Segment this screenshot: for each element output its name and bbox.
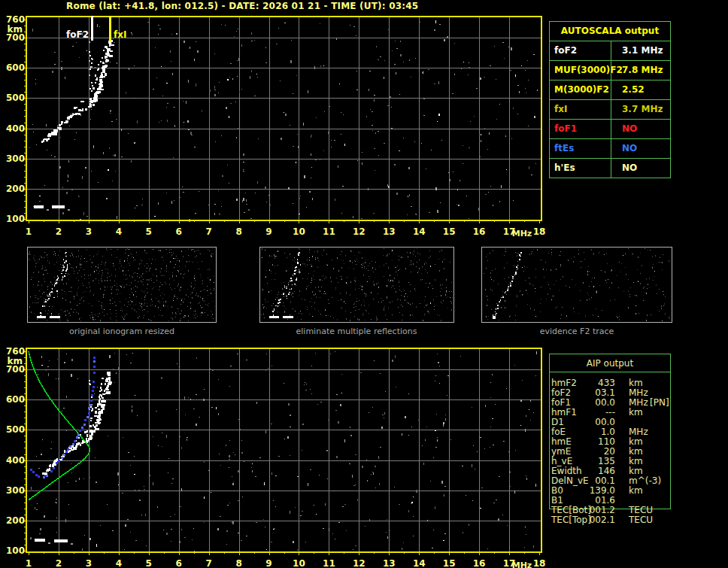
x-tick-label: 3 [86, 558, 92, 568]
panel-caption-eliminate: eliminate multiple reflections [296, 327, 417, 336]
autoscala-table-header: AUTOSCALA output [550, 22, 670, 41]
x-tick-label: 15 [443, 558, 456, 568]
y-tick-label: 100 [6, 214, 25, 224]
aip-unit: TECU [629, 515, 653, 525]
autoscala-row-h'Es: h'EsNO [550, 159, 670, 178]
x-tick-label: 11 [323, 226, 335, 237]
x-tick-label: 1 [26, 226, 32, 237]
scaling-markers: foF2fxI [66, 16, 126, 41]
y-tick-label: 760 [6, 346, 25, 357]
aip-unit: km [629, 486, 643, 496]
processing-panel-0 [27, 247, 216, 322]
sporadic-e-echoes [35, 539, 73, 545]
y-axis-unit: km [8, 356, 23, 366]
autoscala-row-M(3000)F2: M(3000)F22.52 [550, 80, 670, 100]
y-tick-label: 600 [6, 394, 25, 405]
y-tick-label: 200 [6, 515, 25, 526]
x-tick-label: 16 [473, 226, 486, 237]
autoscala-row-value: NO [611, 139, 670, 158]
plot-border [26, 17, 541, 220]
y-tick-label: 400 [6, 455, 25, 466]
top-ionogram: 123456789101112131415161718MHz7607006005… [6, 14, 545, 238]
aip-header-divider [549, 372, 671, 372]
autoscala-row-value: 7.8 MHz [611, 61, 670, 80]
autoscala-row-foF2: foF23.1 MHz [550, 41, 670, 61]
panel-caption-evidence: evidence F2 trace [540, 327, 614, 336]
x-tick-label: 18 [533, 558, 546, 568]
autoscala-row-fxI: fxI3.7 MHz [550, 100, 670, 120]
x-tick-label: 5 [146, 226, 152, 237]
autoscala-row-value: 2.52 [611, 80, 670, 99]
autoscala-row-MUF(3000)F2: MUF(3000)F27.8 MHz [550, 61, 670, 80]
x-tick-label: 11 [323, 558, 335, 568]
fxi-marker-line [109, 16, 111, 41]
panel-f2-trace [493, 252, 522, 319]
x-tick-label: 6 [176, 226, 182, 237]
autoscala-screen: Rome (lat: +41.8, lon: 012.5) - DATE: 20… [0, 0, 728, 568]
autoscala-row-value: NO [611, 120, 670, 138]
x-tick-label: 13 [383, 226, 396, 237]
y-tick-label: 500 [6, 93, 25, 103]
panel-noise [29, 248, 215, 322]
autoscala-output-table: AUTOSCALA output foF23.1 MHzMUF(3000)F27… [549, 21, 671, 178]
aip-output-table: AIP output hmF2433kmfoF203.1MHzfoF100.0M… [549, 354, 673, 528]
x-tick-label: 2 [56, 226, 62, 237]
axis-labels: 123456789101112131415161718MHz7607006005… [6, 14, 545, 238]
processing-panel-1 [259, 247, 453, 322]
x-tick-label: 18 [533, 226, 546, 237]
fof2-marker-label: foF2 [66, 29, 89, 40]
aip-row-TEC[Top]: TEC[Top]002.1TECU [551, 515, 672, 525]
grid-lines [27, 17, 541, 220]
x-tick-label: 7 [205, 558, 211, 568]
x-tick-label: 10 [293, 226, 305, 237]
autoscala-row-foF1: foF1NO [550, 120, 670, 139]
modeled-trace-dots [30, 357, 96, 478]
y-tick-label: 760 [6, 14, 25, 25]
x-tick-label: 14 [413, 558, 426, 568]
noise-echo-dots [29, 20, 538, 222]
autoscala-row-value: 3.7 MHz [611, 100, 670, 119]
y-axis-unit: km [8, 24, 23, 35]
processing-panel-2 [481, 247, 672, 322]
x-tick-label: 2 [56, 558, 62, 568]
x-tick-label: 12 [353, 226, 366, 237]
x-tick-label: 16 [473, 558, 486, 568]
bottom-ionogram: 123456789101112131415161718MHz7607006005… [6, 346, 545, 568]
y-tick-label: 300 [6, 153, 25, 164]
sporadic-e-echoes [34, 205, 70, 211]
panel-noise [261, 248, 453, 321]
x-tick-label: 9 [265, 226, 271, 237]
axis-labels: 123456789101112131415161718MHz7607006005… [6, 346, 545, 568]
x-tick-label: 6 [176, 558, 182, 568]
x-axis-unit: MHz [512, 229, 532, 238]
x-tick-label: 8 [235, 226, 241, 237]
f2-echo-trace [41, 40, 114, 143]
x-tick-label: 9 [265, 558, 271, 568]
x-tick-label: 5 [146, 558, 152, 568]
y-tick-label: 100 [6, 545, 25, 556]
x-tick-label: 14 [413, 226, 426, 237]
x-tick-label: 12 [353, 558, 366, 568]
panel-noise [484, 248, 670, 321]
autoscala-row-value: 3.1 MHz [611, 41, 670, 60]
panel-caption-original: original ionogram resized [69, 327, 174, 336]
autoscala-row-ftEs: ftEsNO [550, 139, 670, 159]
panel-border [481, 247, 672, 322]
aip-unit: km [629, 408, 643, 418]
x-tick-label: 13 [383, 558, 396, 568]
fof2-marker-line [91, 16, 93, 41]
axis-ticks [23, 352, 540, 556]
x-tick-label: 15 [443, 226, 456, 237]
x-tick-label: 1 [26, 558, 32, 568]
aip-note: [PN] [650, 398, 669, 408]
y-tick-label: 500 [6, 424, 25, 435]
x-tick-label: 4 [116, 558, 122, 568]
x-tick-label: 3 [86, 226, 92, 237]
y-tick-label: 600 [6, 62, 25, 73]
aip-value: 002.1 [572, 515, 615, 525]
x-tick-label: 4 [116, 226, 122, 237]
fxi-marker-label: fxI [114, 29, 126, 40]
x-tick-label: 10 [293, 558, 305, 568]
axis-ticks [23, 20, 540, 224]
autoscala-row-value: NO [611, 159, 670, 178]
